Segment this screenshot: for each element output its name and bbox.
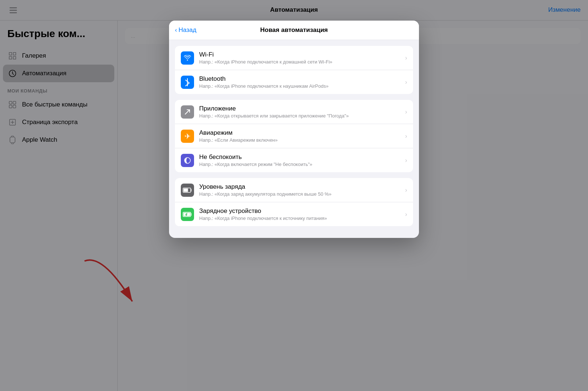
modal-section-power: Уровень заряда Напр.: «Когда заряд аккум… <box>175 178 413 226</box>
battery-subtitle: Напр.: «Когда заряд аккумулятора подниме… <box>199 191 400 197</box>
charger-title: Зарядное устройство <box>199 207 400 215</box>
dnd-subtitle: Напр.: «Когда включается режим "Не беспо… <box>199 162 400 167</box>
bluetooth-title: Bluetooth <box>199 75 400 83</box>
bluetooth-text: Bluetooth Напр.: «Когда iPhone подключае… <box>199 75 400 89</box>
modal-section-connectivity: Wi-Fi Напр.: «Когда iPhone подключается … <box>175 46 413 94</box>
battery-icon <box>181 184 194 197</box>
dnd-title: Не беспокоить <box>199 153 400 161</box>
back-chevron-icon: ‹ <box>175 26 177 34</box>
modal-back-button[interactable]: ‹ Назад <box>175 26 196 34</box>
back-label: Назад <box>179 26 197 34</box>
wifi-text: Wi-Fi Напр.: «Когда iPhone подключается … <box>199 51 400 65</box>
wifi-title: Wi-Fi <box>199 51 400 58</box>
bluetooth-chevron-icon: › <box>405 79 407 86</box>
charger-icon <box>181 208 194 221</box>
dnd-icon <box>181 154 194 167</box>
modal-row-battery[interactable]: Уровень заряда Напр.: «Когда заряд аккум… <box>175 178 413 202</box>
airplane-icon: ✈ <box>181 130 194 143</box>
airplane-chevron-icon: › <box>405 133 407 140</box>
app-text: Приложение Напр.: «Когда открывается или… <box>199 105 400 119</box>
charger-chevron-icon: › <box>405 211 407 218</box>
new-automation-modal: ‹ Назад Новая автоматизация Wi-Fi <box>169 21 419 238</box>
airplane-text: Авиарежим Напр.: «Если Авиарежим включен… <box>199 129 400 143</box>
modal-row-charger[interactable]: Зарядное устройство Напр.: «Когда iPhone… <box>175 202 413 226</box>
modal-row-app[interactable]: Приложение Напр.: «Когда открывается или… <box>175 100 413 124</box>
charger-subtitle: Напр.: «Когда iPhone подключается к исто… <box>199 216 400 221</box>
modal-title: Новая автоматизация <box>260 26 328 34</box>
dnd-chevron-icon: › <box>405 157 407 164</box>
battery-chevron-icon: › <box>405 187 407 194</box>
modal-body: Wi-Fi Напр.: «Когда iPhone подключается … <box>169 40 419 238</box>
modal-row-dnd[interactable]: Не беспокоить Напр.: «Когда включается р… <box>175 148 413 172</box>
wifi-subtitle: Напр.: «Когда iPhone подключается к дома… <box>199 59 400 65</box>
modal-row-wifi[interactable]: Wi-Fi Напр.: «Когда iPhone подключается … <box>175 46 413 70</box>
bluetooth-icon <box>181 76 194 89</box>
battery-text: Уровень заряда Напр.: «Когда заряд аккум… <box>199 183 400 197</box>
airplane-title: Авиарежим <box>199 129 400 137</box>
battery-title: Уровень заряда <box>199 183 400 191</box>
modal-row-bluetooth[interactable]: Bluetooth Напр.: «Когда iPhone подключае… <box>175 70 413 94</box>
dnd-text: Не беспокоить Напр.: «Когда включается р… <box>199 153 400 167</box>
wifi-chevron-icon: › <box>405 54 407 62</box>
bluetooth-subtitle: Напр.: «Когда iPhone подключается к науш… <box>199 83 400 89</box>
app-icon <box>181 105 194 119</box>
modal-row-airplane[interactable]: ✈ Авиарежим Напр.: «Если Авиарежим включ… <box>175 124 413 148</box>
app-subtitle: Напр.: «Когда открывается или закрываетс… <box>199 113 400 119</box>
modal-section-system: Приложение Напр.: «Когда открывается или… <box>175 100 413 172</box>
svg-rect-12 <box>184 188 188 192</box>
wifi-icon <box>181 51 194 65</box>
modal-header: ‹ Назад Новая автоматизация <box>169 21 419 40</box>
app-chevron-icon: › <box>405 108 407 116</box>
charger-text: Зарядное устройство Напр.: «Когда iPhone… <box>199 207 400 221</box>
app-title: Приложение <box>199 105 400 112</box>
airplane-subtitle: Напр.: «Если Авиарежим включен» <box>199 137 400 143</box>
